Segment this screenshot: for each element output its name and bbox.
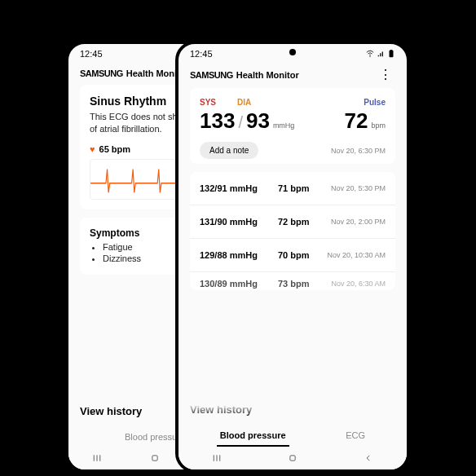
sys-value: 133 [200,108,235,134]
home-button[interactable] [286,452,299,465]
brand-app-name: Health Monitor [236,70,299,80]
bottom-tabs-section: View history Blood pressure ECG [178,395,407,447]
clock: 12:45 [80,49,103,59]
bp-labels-row: SYS DIA Pulse [200,98,386,107]
bp-history-item[interactable]: 130/89 mmHg 73 bpm Nov 20, 6:30 AM [190,272,395,290]
clock: 12:45 [190,49,213,59]
camera-hole [289,49,296,55]
status-icons [366,50,395,58]
history-time: Nov 20, 5:30 PM [331,184,386,192]
svg-point-1 [369,56,370,57]
recents-button[interactable] [90,452,104,465]
bp-unit: mmHg [273,121,295,130]
recents-button[interactable] [210,452,223,465]
history-bp: 129/88 mmHg [200,250,278,260]
app-title: SAMSUNG Health Monitor [190,70,299,80]
bp-history-list: 132/91 mmHg 71 bpm Nov 20, 5:30 PM 131/9… [190,172,395,290]
android-nav-bar [178,447,407,469]
bp-separator: / [238,113,243,132]
signal-icon [377,50,385,58]
app-bar: SAMSUNG Health Monitor ⋮ [178,60,407,88]
history-time: Nov 20, 10:30 AM [327,251,386,259]
history-pulse: 70 bpm [278,250,327,260]
dia-label: DIA [237,98,251,107]
wifi-icon [366,50,374,58]
bp-history-item[interactable]: 131/90 mmHg 72 bpm Nov 20, 2:00 PM [190,205,395,239]
pulse-unit: bpm [371,121,386,130]
more-options-button[interactable]: ⋮ [376,68,395,82]
add-note-button[interactable]: Add a note [200,142,258,159]
svg-rect-4 [290,456,295,461]
svg-rect-0 [152,456,157,461]
history-pulse: 71 bpm [278,183,331,193]
history-bp: 131/90 mmHg [200,217,278,227]
ecg-bpm-value: 65 bpm [99,144,131,154]
brand-logo: SAMSUNG [80,68,123,78]
svg-rect-3 [390,50,393,51]
note-row: Add a note Nov 20, 6:30 PM [200,142,386,159]
heart-icon: ♥ [90,144,95,154]
sys-label: SYS [200,98,216,107]
bp-values-row: 133 / 93 mmHg 72 bpm [200,108,386,134]
tab-blood-pressure[interactable]: Blood pressure [217,425,289,447]
pulse-label: Pulse [364,98,386,107]
history-pulse: 72 bpm [278,217,331,227]
bp-history-item[interactable]: 129/88 mmHg 70 bpm Nov 20, 10:30 AM [190,239,395,272]
back-button[interactable] [362,452,375,465]
view-history-heading: View history [190,403,395,416]
status-bar: 12:45 [178,44,407,60]
brand-logo: SAMSUNG [190,70,233,80]
history-pulse: 73 bpm [278,279,331,289]
bp-current-card: SYS DIA Pulse 133 / 93 mmHg 72 bpm Add a… [190,88,395,164]
history-time: Nov 20, 2:00 PM [331,218,386,226]
home-button[interactable] [148,452,161,465]
history-bp: 132/91 mmHg [200,183,278,193]
current-timestamp: Nov 20, 6:30 PM [331,147,386,155]
history-time: Nov 20, 6:30 AM [331,280,386,288]
tab-ecg[interactable]: ECG [342,425,368,447]
tabs: Blood pressure ECG [190,425,395,447]
dia-value: 93 [246,108,270,134]
pulse-value: 72 [345,108,368,134]
battery-icon [387,50,395,58]
app-title: SAMSUNG Health Monitor [80,68,189,78]
history-bp: 130/89 mmHg [200,279,278,289]
phone-bp: 12:45 SAMSUNG Health Monitor ⋮ SYS DIA P… [175,41,410,473]
bp-history-item[interactable]: 132/91 mmHg 71 bpm Nov 20, 5:30 PM [190,172,395,205]
svg-rect-2 [390,51,394,57]
